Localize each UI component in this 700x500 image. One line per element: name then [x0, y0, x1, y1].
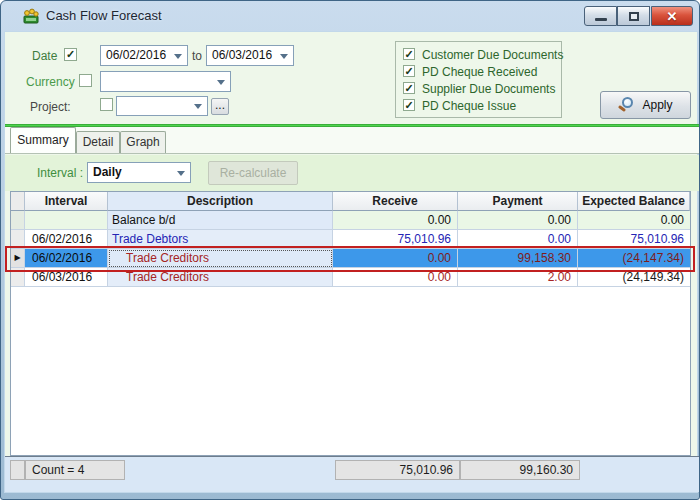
- tab-strip: Summary Detail Graph: [5, 127, 699, 154]
- date-label: Date: [32, 49, 57, 63]
- close-icon: ✕: [667, 9, 678, 24]
- pd-cheque-received-checkbox[interactable]: [403, 65, 415, 77]
- payment-total: 99,160.30: [460, 460, 580, 480]
- header-selector: [11, 192, 25, 211]
- minimize-button[interactable]: [584, 6, 617, 26]
- chevron-down-icon: [217, 80, 225, 85]
- recalculate-button[interactable]: Re-calculate: [208, 161, 298, 185]
- row-selector[interactable]: [11, 268, 25, 287]
- interval-label: Interval :: [37, 166, 83, 180]
- app-icon: [23, 8, 39, 24]
- interval-bar: Interval : Daily Re-calculate: [5, 155, 699, 191]
- currency-checkbox[interactable]: [79, 74, 92, 87]
- tab-detail[interactable]: Detail: [76, 131, 120, 153]
- header-description[interactable]: Description: [108, 192, 333, 211]
- chevron-down-icon: [177, 171, 185, 176]
- receive-total: 75,010.96: [335, 460, 460, 480]
- search-icon: [618, 96, 636, 114]
- header-expected-balance[interactable]: Expected Balance: [578, 192, 690, 211]
- row-selector[interactable]: [11, 230, 25, 249]
- footer-bar: Count = 4 75,010.96 99,160.30: [5, 456, 699, 492]
- date-to-combo[interactable]: 06/03/2016: [206, 45, 294, 66]
- project-label: Project:: [30, 100, 71, 114]
- maximize-icon: [629, 12, 639, 21]
- dialog-content: Date 06/02/2016 to 06/03/2016 Currency P…: [4, 31, 698, 493]
- header-payment[interactable]: Payment: [458, 192, 578, 211]
- row-count: Count = 4: [25, 460, 125, 480]
- row-selector[interactable]: [11, 211, 25, 230]
- footer-selector-cell: [10, 460, 25, 480]
- chevron-down-icon: [194, 104, 202, 109]
- to-label: to: [192, 49, 202, 63]
- maximize-button[interactable]: [617, 6, 650, 26]
- chevron-down-icon: [280, 54, 288, 59]
- date-checkbox[interactable]: [64, 48, 77, 61]
- pd-cheque-issue-checkbox[interactable]: [403, 99, 415, 111]
- table-row-balance-bd[interactable]: Balance b/d 0.00 0.00 0.00: [11, 211, 690, 230]
- interval-combo[interactable]: Daily: [87, 162, 191, 183]
- focused-cell: Trade Creditors: [108, 249, 333, 268]
- header-receive[interactable]: Receive: [333, 192, 458, 211]
- table-row-trade-creditors-selected[interactable]: 06/02/2016 Trade Creditors 0.00 99,158.3…: [11, 249, 690, 268]
- header-interval[interactable]: Interval: [25, 192, 108, 211]
- supplier-due-checkbox[interactable]: [403, 82, 415, 94]
- project-browse-button[interactable]: ...: [211, 98, 229, 115]
- title-bar[interactable]: Cash Flow Forecast ✕: [1, 1, 699, 31]
- currency-label: Currency: [26, 75, 75, 89]
- cash-flow-forecast-window: Cash Flow Forecast ✕ Date 06/02/2016 to …: [0, 0, 700, 500]
- apply-button[interactable]: Apply: [600, 91, 691, 119]
- window-title: Cash Flow Forecast: [46, 8, 162, 23]
- close-button[interactable]: ✕: [651, 6, 693, 26]
- project-combo[interactable]: [116, 96, 208, 116]
- summary-grid: Interval Description Receive Payment Exp…: [10, 191, 691, 456]
- grid-header-row: Interval Description Receive Payment Exp…: [11, 192, 690, 211]
- document-options-group: Customer Due Documents PD Cheque Receive…: [395, 41, 562, 118]
- date-from-combo[interactable]: 06/02/2016: [100, 45, 188, 66]
- minimize-icon: [595, 18, 607, 21]
- currency-combo[interactable]: [100, 71, 231, 92]
- table-row-trade-debtors[interactable]: 06/02/2016 Trade Debtors 75,010.96 0.00 …: [11, 230, 690, 249]
- current-row-marker-icon[interactable]: [11, 249, 25, 268]
- tab-graph[interactable]: Graph: [120, 131, 166, 153]
- project-checkbox[interactable]: [100, 98, 113, 111]
- tab-summary[interactable]: Summary: [10, 127, 76, 153]
- customer-due-checkbox[interactable]: [403, 48, 415, 60]
- chevron-down-icon: [174, 54, 182, 59]
- table-row-trade-creditors[interactable]: 06/03/2016 Trade Creditors 0.00 2.00 (24…: [11, 268, 690, 287]
